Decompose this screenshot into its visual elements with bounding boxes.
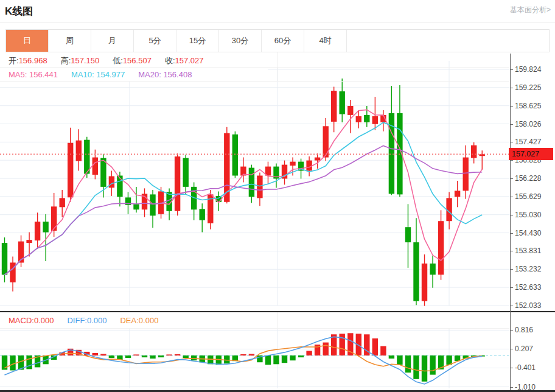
macd-label: MACD: (9, 316, 34, 325)
candle (389, 86, 394, 195)
candle (133, 187, 139, 212)
macd-bar (397, 355, 402, 365)
price-tick-label: 159.225 (515, 83, 541, 92)
ma10-value: 154.977 (96, 70, 125, 79)
tab-4时[interactable]: 4时 (304, 30, 347, 52)
price-axis: 159.824159.225158.625158.026157.427156.8… (510, 52, 555, 312)
tab-5分[interactable]: 5分 (134, 30, 176, 52)
fundamental-analysis-link[interactable]: 基本面分析> (510, 5, 551, 15)
y-axis-line (510, 54, 511, 390)
diff-label: DIFF: (67, 316, 87, 325)
macd-bar (166, 354, 172, 355)
tab-30分[interactable]: 30分 (219, 30, 262, 52)
macd-bar (430, 355, 435, 375)
price-tick-label: 153.232 (515, 265, 541, 273)
price-tick-label: 157.427 (515, 138, 541, 146)
candle (35, 212, 40, 249)
candle (117, 172, 122, 206)
ma20-value: 156.408 (163, 70, 192, 79)
tab-60分[interactable]: 60分 (262, 30, 304, 52)
price-tick-label: 159.824 (515, 65, 541, 74)
candle (51, 193, 57, 237)
page-title: K线图 (5, 4, 33, 18)
tab-月[interactable]: 月 (91, 30, 134, 52)
candle (76, 129, 82, 170)
macd-axis: 0.8160.207-0.401-1.010 (510, 312, 555, 390)
macd-bar (265, 355, 271, 365)
tab-日[interactable]: 日 (6, 30, 49, 52)
macd-bar (109, 355, 114, 358)
macd-panel: MACD: 0.000 DIFF: 0.000 DEA: 0.000 0.816… (0, 312, 555, 390)
macd-bar (240, 354, 246, 355)
candle (183, 155, 189, 195)
macd-bar (249, 354, 254, 356)
ohlc-row-border (0, 67, 510, 68)
macd-bar (150, 355, 155, 359)
macd-bar (290, 355, 295, 360)
price-tick-label: 155.030 (515, 211, 541, 219)
macd-tick-label: 0.207 (515, 345, 533, 353)
macd-row-border (0, 328, 510, 329)
macd-readout: MACD: 0.000 DIFF: 0.000 DEA: 0.000 (0, 314, 278, 327)
macd-bar (175, 354, 180, 355)
candle (150, 190, 155, 228)
candle (405, 204, 411, 268)
diff-value: 0.000 (87, 316, 107, 325)
macd-bar (26, 355, 32, 369)
candle (455, 181, 460, 207)
ma5-label: MA5: (9, 70, 27, 79)
candle (422, 254, 427, 306)
close-value: 157.027 (175, 56, 204, 65)
candlestick-canvas[interactable] (0, 52, 510, 312)
high-value: 157.150 (71, 56, 99, 65)
price-tick-label: 156.228 (515, 174, 541, 183)
macd-bar (306, 351, 312, 355)
macd-bar (282, 355, 287, 363)
macd-bar (10, 355, 15, 371)
candle (463, 145, 469, 199)
macd-bar (323, 343, 329, 355)
macd-bar (100, 354, 106, 356)
candle (257, 173, 262, 206)
ma5-value: 156.441 (29, 70, 58, 79)
main-chart-panel: 开: 156.968 高: 157.150 低: 156.507 收: 157.… (0, 52, 555, 312)
candle (273, 164, 279, 188)
candle (282, 161, 287, 185)
open-label: 开: (9, 55, 19, 66)
dea-label: DEA: (120, 316, 138, 325)
price-tick-label: 152.033 (515, 301, 541, 310)
candle (60, 190, 65, 217)
candle (397, 85, 402, 197)
macd-bars (2, 333, 485, 382)
candle (380, 110, 386, 131)
price-tick-label: 155.629 (515, 192, 541, 201)
current-price-badge: 157.027 (509, 148, 553, 160)
period-tabbar: 日周月5分15分30分60分4时 (5, 29, 550, 52)
candle (68, 128, 73, 202)
macd-bar (340, 334, 345, 355)
low-label: 低: (113, 55, 123, 66)
candle (265, 162, 271, 184)
candle (413, 218, 419, 305)
candle (430, 256, 435, 288)
price-tick-label: 153.831 (515, 247, 541, 255)
candle (10, 257, 15, 292)
macd-bar (380, 346, 386, 355)
tab-周[interactable]: 周 (49, 30, 91, 52)
candle (200, 203, 205, 232)
candle (175, 153, 180, 215)
ma5-line (5, 110, 483, 275)
price-tick-label: 154.430 (515, 229, 541, 237)
price-tick-label: 158.625 (515, 102, 541, 110)
high-label: 高: (61, 55, 71, 66)
macd-bar (405, 355, 411, 373)
macd-bar (191, 355, 197, 360)
ma10-label: MA10: (71, 70, 94, 79)
candle (340, 79, 345, 122)
tabbar-filler (347, 30, 549, 52)
tab-15分[interactable]: 15分 (176, 30, 219, 52)
macd-bar (183, 355, 189, 358)
macd-bar (92, 353, 98, 355)
readout-divider (278, 52, 278, 81)
candle (438, 210, 444, 280)
